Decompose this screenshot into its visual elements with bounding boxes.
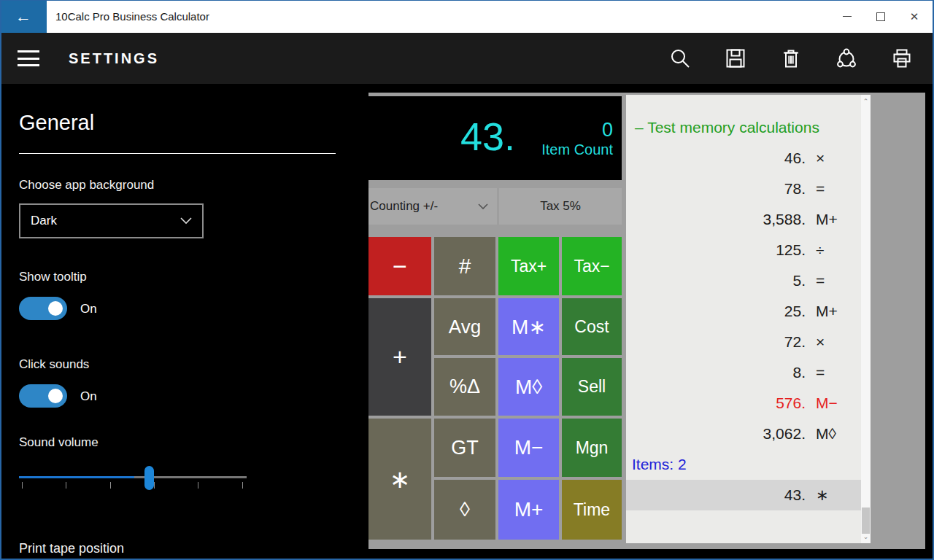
tape-row[interactable]: 5.= bbox=[626, 265, 861, 296]
tape-row[interactable]: 46.× bbox=[626, 143, 861, 174]
window-title: 10Calc Pro Business Calculator bbox=[55, 0, 209, 33]
back-button[interactable]: ← bbox=[0, 0, 47, 33]
print-tape-label: Print tape position bbox=[19, 541, 124, 556]
tape-value: 125. bbox=[626, 235, 806, 265]
calc-key-gt[interactable]: GT bbox=[434, 419, 495, 477]
app-window: ← 10Calc Pro Business Calculator ✕ SETTI… bbox=[0, 0, 934, 560]
calc-key-mgn[interactable]: Mgn bbox=[562, 419, 622, 477]
background-label: Choose app background bbox=[19, 178, 154, 192]
click-sounds-toggle[interactable] bbox=[19, 384, 67, 408]
tape-row[interactable]: 3,588.M+ bbox=[626, 204, 861, 235]
click-sounds-state: On bbox=[80, 389, 97, 404]
calc-key-mminus[interactable]: M− bbox=[498, 419, 559, 477]
tape-panel: – Test memory calculations 46.×78.=3,588… bbox=[626, 95, 871, 543]
tape-row[interactable]: 72.× bbox=[626, 327, 861, 357]
maximize-button[interactable] bbox=[864, 0, 898, 33]
tape-value: 78. bbox=[626, 174, 806, 204]
tape-value: 3,588. bbox=[626, 204, 806, 235]
scrollbar-thumb[interactable] bbox=[862, 508, 870, 534]
calc-key-taxminus[interactable]: Tax− bbox=[562, 237, 622, 295]
calc-key-taxplus[interactable]: Tax+ bbox=[498, 237, 559, 295]
tape-value: 72. bbox=[626, 327, 806, 357]
tape-operator: M◊ bbox=[806, 419, 851, 449]
key-grid: −#Tax+Tax−+AvgM∗Cost%ΔM◊Sell∗GTM−Mgn◊M+T… bbox=[368, 237, 622, 540]
tape-row[interactable]: 25.M+ bbox=[626, 296, 861, 327]
search-button[interactable] bbox=[668, 47, 692, 70]
calc-key-dia[interactable]: ◊ bbox=[434, 480, 495, 540]
tape-value: 576. bbox=[626, 388, 806, 419]
titlebar: ← 10Calc Pro Business Calculator ✕ bbox=[0, 0, 934, 33]
calc-key-sell[interactable]: Sell bbox=[562, 358, 622, 416]
trash-icon bbox=[780, 47, 802, 69]
item-count-label: Item Count bbox=[515, 141, 613, 158]
scroll-up-icon[interactable]: ⌃ bbox=[861, 96, 871, 106]
tape-row[interactable]: 8.= bbox=[626, 357, 861, 388]
volume-label: Sound volume bbox=[19, 435, 99, 450]
slider-thumb[interactable] bbox=[144, 466, 154, 490]
tape-row[interactable]: 3,062.M◊ bbox=[626, 419, 861, 449]
tape-operator: × bbox=[806, 143, 851, 174]
search-icon bbox=[669, 47, 691, 69]
share-icon bbox=[835, 47, 857, 69]
slider-fill bbox=[19, 476, 134, 478]
scroll-down-icon[interactable]: ⌄ bbox=[861, 532, 871, 542]
calc-key-star[interactable]: ∗ bbox=[368, 419, 431, 540]
item-count-value: 0 bbox=[515, 119, 613, 141]
tape-row[interactable]: 576.M− bbox=[626, 388, 861, 419]
tape-items-row[interactable]: Items: 2 bbox=[626, 449, 861, 480]
tape-operator: = bbox=[806, 265, 851, 296]
calc-key-mstar[interactable]: M∗ bbox=[498, 298, 559, 355]
tape-operator: = bbox=[806, 174, 851, 204]
calculator-panel: 43. 0 Item Count Counting +/- Tax 5% −#T… bbox=[368, 93, 925, 549]
close-button[interactable]: ✕ bbox=[898, 0, 931, 33]
tape-operator: = bbox=[806, 357, 851, 388]
toggle-knob bbox=[48, 389, 63, 403]
item-count-block: 0 Item Count bbox=[515, 119, 622, 158]
share-button[interactable] bbox=[835, 47, 858, 70]
display-value: 43. bbox=[368, 114, 515, 163]
save-icon bbox=[725, 47, 746, 69]
calc-key-avg[interactable]: Avg bbox=[434, 298, 495, 355]
calc-key-mdia[interactable]: M◊ bbox=[498, 358, 559, 416]
calculator-area: 43. 0 Item Count Counting +/- Tax 5% −#T… bbox=[368, 84, 934, 560]
tooltip-state: On bbox=[80, 302, 97, 316]
save-button[interactable] bbox=[724, 47, 747, 70]
tape-row[interactable]: 78.= bbox=[626, 174, 861, 204]
tape-row[interactable]: 43.∗ bbox=[626, 480, 861, 510]
tape-operator: M+ bbox=[806, 204, 851, 235]
settings-flyout: General Choose app background Dark Show … bbox=[0, 84, 368, 560]
tax-rate-button[interactable]: Tax 5% bbox=[499, 188, 622, 225]
menu-button[interactable] bbox=[18, 50, 39, 66]
app-command-bar: SETTINGS bbox=[0, 33, 934, 84]
volume-slider[interactable] bbox=[19, 466, 247, 495]
minimize-button[interactable] bbox=[830, 0, 864, 33]
calculator-display: 43. 0 Item Count bbox=[368, 96, 622, 180]
calc-key-cost[interactable]: Cost bbox=[562, 298, 622, 355]
print-button[interactable] bbox=[890, 47, 914, 70]
tape-operator: × bbox=[806, 327, 851, 357]
calc-key-mplus[interactable]: M+ bbox=[498, 480, 559, 540]
calc-key-hash[interactable]: # bbox=[434, 237, 495, 295]
tape-scrollbar[interactable]: ⌃ ⌄ bbox=[861, 95, 871, 543]
delete-button[interactable] bbox=[779, 47, 803, 70]
print-icon bbox=[891, 47, 913, 69]
minimize-icon bbox=[843, 16, 852, 17]
section-title: General bbox=[19, 111, 94, 135]
calc-key-time[interactable]: Time bbox=[562, 480, 622, 540]
tooltip-toggle[interactable] bbox=[19, 297, 67, 320]
tape-operator: ÷ bbox=[806, 235, 851, 265]
tape-operator: M− bbox=[806, 388, 851, 419]
chevron-down-icon bbox=[478, 203, 488, 210]
tape-row[interactable]: 125.÷ bbox=[626, 235, 861, 265]
calc-key-pctdelta[interactable]: %Δ bbox=[434, 358, 495, 416]
section-divider bbox=[19, 153, 336, 154]
tape-operator: ∗ bbox=[806, 480, 851, 510]
mode-dropdown[interactable]: Counting +/- bbox=[368, 188, 497, 225]
calc-key-plus[interactable]: + bbox=[368, 298, 431, 416]
tape-value: 43. bbox=[626, 480, 806, 510]
tape-value: 3,062. bbox=[626, 419, 806, 449]
maximize-icon bbox=[876, 12, 885, 21]
background-dropdown[interactable]: Dark bbox=[19, 203, 204, 238]
calc-key-minus[interactable]: − bbox=[368, 237, 431, 295]
tape-operator: M+ bbox=[806, 296, 851, 327]
